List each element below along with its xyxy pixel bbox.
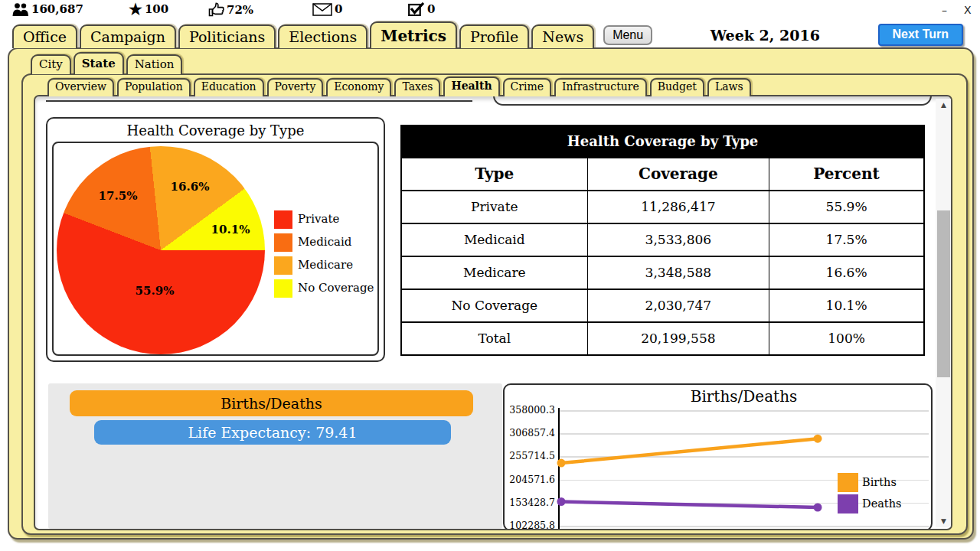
table-cell: Private (402, 191, 587, 223)
table-row: Medicare3,348,58816.6% (402, 256, 923, 289)
scrolled-box-edge-right (493, 95, 932, 106)
table-cell: 100% (769, 323, 923, 354)
column-header: Type (402, 158, 587, 190)
tab-news[interactable]: News (531, 24, 594, 48)
pie-chart-panel: Health Coverage by Type 55.9%17.5%16.6%1… (46, 117, 385, 362)
game-date: Week 2, 2016 (655, 27, 875, 48)
tab-population[interactable]: Population (117, 78, 191, 96)
population-icon (12, 3, 29, 16)
legend-label: Private (298, 212, 339, 226)
population-value: 160,687 (31, 2, 83, 16)
tab-elections[interactable]: Elections (278, 24, 368, 48)
pie-chart (57, 146, 265, 354)
scroll-down-arrow-icon[interactable]: ▼ (936, 515, 952, 527)
tab-nation[interactable]: Nation (126, 54, 183, 74)
tab-infrastructure[interactable]: Infrastructure (554, 78, 647, 96)
table-cell: 2,030,747 (587, 290, 769, 321)
tab-overview[interactable]: Overview (47, 78, 114, 96)
births-deaths-button[interactable]: Births/Deaths (70, 390, 473, 416)
table-row: Private11,286,41755.9% (402, 190, 923, 223)
tab-poverty[interactable]: Poverty (267, 78, 324, 96)
tab-crime[interactable]: Crime (503, 78, 551, 96)
legend-label: Births (862, 476, 897, 488)
table-cell: 11,286,417 (587, 191, 769, 223)
star-value: 100 (145, 2, 168, 16)
table-cell: Medicaid (402, 224, 587, 256)
state-panel: OverviewPopulationEducationPovertyEconom… (21, 73, 968, 535)
tab-laws[interactable]: Laws (707, 78, 751, 96)
legend-label: Medicare (298, 258, 353, 272)
legend-label: Medicaid (298, 235, 351, 249)
tasks-value: 0 (427, 2, 435, 16)
table-header-row: TypeCoveragePercent (402, 157, 923, 190)
legend-swatch-births (838, 473, 858, 492)
scroll-up-arrow-icon[interactable]: ▲ (936, 99, 952, 111)
coverage-table: Health Coverage by Type TypeCoveragePerc… (400, 125, 925, 356)
legend-swatch-no-coverage (274, 279, 292, 298)
tab-profile[interactable]: Profile (459, 24, 529, 48)
tab-politicians[interactable]: Politicians (178, 24, 276, 48)
pie-slice-label: 10.1% (211, 223, 250, 236)
pie-slice-label: 55.9% (136, 284, 175, 298)
table-cell: 17.5% (769, 224, 923, 256)
approval-value: 72% (227, 3, 253, 17)
star-icon: ★ (129, 3, 142, 16)
legend-swatch-medicaid (274, 233, 292, 252)
tab-health[interactable]: Health (443, 77, 499, 96)
table-cell: 10.1% (769, 290, 923, 321)
column-header: Coverage (587, 158, 769, 190)
tab-taxes[interactable]: Taxes (394, 78, 440, 96)
line-chart-panel: Births/Deaths 358000.3306857.4255714.520… (503, 383, 933, 530)
title-bar: 160,687 ★ 100 72% 0 0 – X (0, 0, 980, 23)
table-row: Medicaid3,533,80617.5% (402, 223, 923, 256)
next-turn-button[interactable]: Next Turn (878, 24, 963, 46)
tab-office[interactable]: Office (12, 24, 77, 48)
scrollbar-thumb[interactable] (937, 210, 950, 377)
table-cell: Medicare (402, 257, 587, 289)
health-content: Health Coverage by Type 55.9%17.5%16.6%1… (34, 95, 952, 530)
tab-metrics[interactable]: Metrics (370, 21, 457, 48)
table-cell: 3,533,806 (587, 224, 769, 256)
content-scrollbar[interactable]: ▲ ▼ (936, 99, 952, 527)
table-row: Total20,199,558100% (402, 321, 923, 354)
column-header: Percent (769, 158, 923, 190)
tab-city[interactable]: City (31, 54, 71, 74)
metrics-panel: CityStateNation OverviewPopulationEducat… (8, 47, 974, 540)
legend-swatch-deaths (838, 494, 858, 514)
pie-chart-frame: 55.9%17.5%16.6%10.1%PrivateMedicaidMedic… (52, 142, 379, 356)
close-button[interactable]: X (964, 4, 972, 16)
tab-budget[interactable]: Budget (650, 78, 704, 96)
pie-slice-label: 16.6% (171, 180, 210, 194)
pie-chart-title: Health Coverage by Type (47, 122, 384, 139)
main-tab-bar: OfficeCampaignPoliticiansElectionsMetric… (12, 23, 968, 48)
table-cell: 16.6% (769, 257, 923, 289)
metric-tab-bar: OverviewPopulationEducationPovertyEconom… (47, 77, 751, 96)
tab-economy[interactable]: Economy (326, 78, 391, 96)
region-tab-bar: CityStateNation (31, 52, 182, 74)
table-cell: Total (402, 323, 587, 354)
table-row: No Coverage2,030,74710.1% (402, 289, 923, 321)
table-cell: 3,348,588 (587, 257, 769, 289)
mail-icon (312, 3, 332, 16)
scrolled-box-edge-left (46, 100, 472, 102)
mail-stat: 0 (312, 2, 342, 16)
population-stat: 160,687 (12, 2, 83, 16)
approval-icon (208, 2, 224, 17)
tasks-icon (408, 2, 425, 16)
legend-label: Deaths (862, 497, 901, 510)
legend-swatch-private (274, 210, 292, 229)
pie-slice-label: 17.5% (99, 189, 138, 203)
menu-button[interactable]: Menu (603, 25, 652, 45)
tab-state[interactable]: State (74, 52, 124, 74)
table-cell: 20,199,558 (587, 323, 769, 354)
table-cell: 55.9% (769, 191, 923, 223)
minimize-button[interactable]: – (942, 4, 947, 16)
star-stat: ★ 100 (129, 2, 168, 16)
vitals-panel: Births/Deaths Life Expectancy: 79.41 (48, 383, 502, 529)
life-expectancy-button[interactable]: Life Expectancy: 79.41 (94, 420, 451, 445)
mail-value: 0 (335, 2, 342, 16)
tab-campaign[interactable]: Campaign (80, 24, 176, 48)
tasks-stat: 0 (408, 2, 435, 16)
legend-label: No Coverage (298, 281, 374, 295)
tab-education[interactable]: Education (194, 78, 264, 96)
